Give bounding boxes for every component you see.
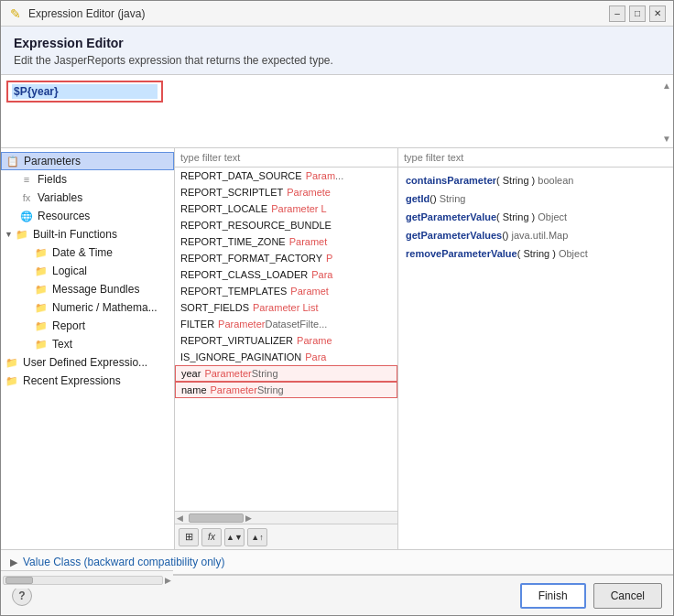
- params-icon: 📋: [5, 154, 20, 168]
- tree-item-variables[interactable]: fx Variables: [1, 189, 174, 207]
- dialog-title: Expression Editor: [14, 36, 660, 50]
- title-bar-controls: – □ ✕: [609, 5, 666, 22]
- scroll-right-arrow: ▶: [244, 513, 254, 523]
- tree-item-fields[interactable]: ≡ Fields: [1, 170, 174, 189]
- tree-item-text[interactable]: 📁 Text: [1, 335, 174, 353]
- close-button[interactable]: ✕: [649, 5, 666, 22]
- tree-item-label: Parameters: [24, 155, 81, 168]
- folder-icon: 📁: [5, 373, 19, 388]
- tree-item-label: Variables: [38, 191, 82, 204]
- folder-icon: 📁: [15, 227, 29, 242]
- tree-item-userdefined[interactable]: 📁 User Defined Expressio...: [1, 353, 174, 372]
- tree-item-label: Built-in Functions: [33, 228, 117, 241]
- tree-item-msgbundles[interactable]: 📁 Message Bundles: [1, 280, 174, 298]
- toolbar-sort-up-button[interactable]: ▲↑: [247, 528, 267, 546]
- list-item[interactable]: IS_IGNORE_PAGINATION Para: [175, 349, 397, 365]
- folder-icon: 📁: [34, 282, 49, 297]
- center-toolbar: ⊞ fx ▲▼ ▲↑: [175, 524, 397, 549]
- list-item[interactable]: REPORT_TEMPLATES Paramet: [175, 283, 397, 299]
- footer-buttons: Finish Cancel: [520, 583, 662, 609]
- tree-item-report[interactable]: 📁 Report: [1, 317, 174, 335]
- list-item[interactable]: FILTER Parameter DatasetFilte...: [175, 316, 397, 332]
- expression-editor-window: ✎ Expression Editor (java) – □ ✕ Express…: [0, 0, 674, 616]
- right-item-contains-parameter[interactable]: containsParameter ( String ) boolean: [398, 171, 673, 189]
- tree-item-resources[interactable]: 🌐 Resources: [1, 207, 174, 225]
- dialog-subtitle: Edit the JasperReports expression that r…: [14, 54, 660, 67]
- list-item-name[interactable]: name Parameter String: [175, 382, 397, 398]
- tree-item-datetime[interactable]: 📁 Date & Time: [1, 243, 174, 262]
- scroll-right-arrow: ▲: [662, 81, 671, 91]
- scroll-left-arrow: ◀: [175, 513, 185, 523]
- toolbar-fx-button[interactable]: fx: [201, 528, 222, 546]
- cancel-button[interactable]: Cancel: [593, 583, 662, 609]
- maximize-button[interactable]: □: [629, 5, 646, 22]
- tree-item-label: User Defined Expressio...: [23, 356, 147, 369]
- list-item[interactable]: REPORT_CLASS_LOADER Para: [175, 266, 397, 283]
- expression-area: ▲ ▼: [1, 75, 673, 148]
- list-item[interactable]: REPORT_LOCALE Parameter L: [175, 200, 397, 217]
- list-item[interactable]: REPORT_RESOURCE_BUNDLE: [175, 217, 397, 233]
- window-icon: ✎: [8, 6, 23, 21]
- expand-arrow: ▼: [5, 230, 13, 239]
- list-item[interactable]: REPORT_TIME_ZONE Paramet: [175, 233, 397, 250]
- window-title: Expression Editor (java): [28, 7, 145, 20]
- expression-input[interactable]: [12, 84, 158, 99]
- tree-item-label: Resources: [38, 210, 90, 222]
- left-tree: 📋 Parameters ≡ Fields fx Variables 🌐 Res…: [1, 148, 175, 549]
- center-horizontal-scrollbar[interactable]: ◀ ▶: [175, 511, 397, 524]
- toolbar-sort-az-button[interactable]: ▲▼: [224, 528, 245, 546]
- value-class-label: Value Class (backward compatibility only…: [23, 556, 225, 568]
- tree-item-builtin[interactable]: ▼ 📁 Built-in Functions: [1, 225, 174, 243]
- list-item[interactable]: REPORT_SCRIPTLET Paramete: [175, 184, 397, 200]
- list-item-year[interactable]: year Parameter String: [175, 365, 397, 382]
- tree-item-label: Message Bundles: [52, 283, 139, 296]
- tree-item-label: Fields: [38, 173, 67, 186]
- folder-icon: 📁: [5, 355, 19, 370]
- list-item[interactable]: REPORT_DATA_SOURCE Param ...: [175, 168, 397, 184]
- center-panel: REPORT_DATA_SOURCE Param ... REPORT_SCRI…: [175, 148, 398, 549]
- expression-input-wrapper: [6, 81, 163, 103]
- expand-icon[interactable]: ▶: [10, 557, 17, 568]
- minimize-button[interactable]: –: [609, 5, 625, 22]
- right-item-removeparametervalue[interactable]: removeParameterValue ( String ) Object: [398, 244, 673, 263]
- center-list-area: REPORT_DATA_SOURCE Param ... REPORT_SCRI…: [175, 168, 397, 511]
- right-item-getparametervalue[interactable]: getParameterValue ( String ) Object: [398, 208, 673, 226]
- fields-icon: ≡: [19, 172, 34, 187]
- tree-item-parameters[interactable]: 📋 Parameters: [1, 152, 174, 170]
- right-item-getid[interactable]: getId () String: [398, 189, 673, 208]
- right-panel: containsParameter ( String ) boolean get…: [398, 148, 673, 549]
- title-bar: ✎ Expression Editor (java) – □ ✕: [1, 1, 673, 27]
- folder-icon: 📁: [34, 337, 49, 351]
- tree-item-nummath[interactable]: 📁 Numeric / Mathema...: [1, 298, 174, 317]
- scroll-down-arrow: ▼: [662, 134, 671, 144]
- tree-item-label: Logical: [52, 265, 87, 277]
- title-bar-left: ✎ Expression Editor (java): [8, 6, 145, 21]
- scroll-thumb[interactable]: [189, 513, 244, 523]
- tree-item-label: Text: [52, 338, 72, 351]
- tree-item-label: Recent Expressions: [23, 374, 121, 387]
- main-panel: 📋 Parameters ≡ Fields fx Variables 🌐 Res…: [1, 148, 673, 550]
- header: Expression Editor Edit the JasperReports…: [1, 27, 673, 75]
- tree-item-label: Numeric / Mathema...: [52, 301, 158, 314]
- list-item[interactable]: REPORT_FORMAT_FACTORY P: [175, 250, 397, 266]
- vars-icon: fx: [19, 190, 34, 205]
- tree-item-label: Date & Time: [52, 246, 113, 259]
- right-item-getparametervalues[interactable]: getParameterValues () java.util.Map: [398, 226, 673, 244]
- right-filter-input[interactable]: [398, 148, 673, 168]
- right-list-area: containsParameter ( String ) boolean get…: [398, 168, 673, 549]
- folder-icon: 📁: [34, 245, 49, 260]
- folder-icon: 📁: [34, 300, 49, 315]
- folder-icon: 📁: [34, 264, 49, 278]
- finish-button[interactable]: Finish: [520, 583, 586, 609]
- folder-icon: 📁: [34, 319, 49, 333]
- tree-item-logical[interactable]: 📁 Logical: [1, 262, 174, 280]
- res-icon: 🌐: [19, 209, 34, 223]
- list-item[interactable]: SORT_FIELDS Parameter List: [175, 299, 397, 316]
- tree-item-recent[interactable]: 📁 Recent Expressions: [1, 372, 174, 390]
- tree-item-label: Report: [52, 319, 85, 332]
- center-filter-input[interactable]: [175, 148, 397, 168]
- list-item[interactable]: REPORT_VIRTUALIZER Parame: [175, 332, 397, 349]
- toolbar-grid-button[interactable]: ⊞: [179, 528, 199, 546]
